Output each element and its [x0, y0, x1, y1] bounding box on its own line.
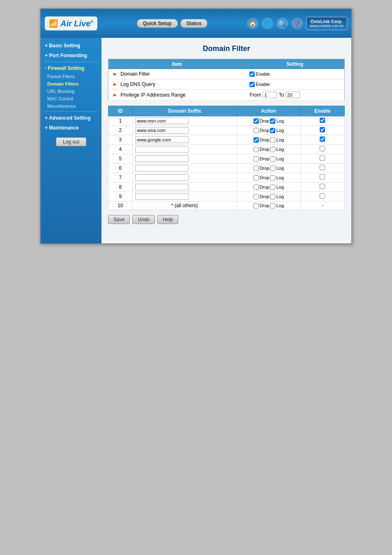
domain-col-enable: Enable	[300, 106, 344, 116]
log-checkbox[interactable]	[270, 118, 275, 124]
log-checkbox[interactable]	[270, 203, 275, 208]
domain-col-id: ID	[108, 106, 133, 116]
domain-table-row: 3DropLog	[108, 135, 345, 145]
help-button[interactable]: Help	[157, 215, 178, 224]
sidebar-section-firewall: - Firewall Setting Packet Filters Domain…	[41, 64, 101, 110]
log-checkbox[interactable]	[270, 147, 275, 152]
enable-checkbox[interactable]	[320, 193, 325, 199]
drop-checkbox[interactable]	[254, 147, 259, 152]
enable-checkbox[interactable]	[320, 155, 325, 161]
browser-frame: 📶 Air Live® Quick Setup Status 🏠 🌐 🔍 ❓ O…	[40, 8, 352, 244]
sidebar-item-advanced-setting[interactable]: + Advanced Setting	[41, 113, 101, 123]
sidebar-sub-domain-filters[interactable]: Domain Filters	[41, 80, 101, 88]
enable-checkbox[interactable]	[320, 174, 325, 180]
search-icon[interactable]: 🔍	[277, 18, 288, 29]
domain-table-row: 1DropLog	[108, 116, 345, 126]
sidebar-sub-url-blocking[interactable]: URL Blocking	[41, 88, 101, 95]
sidebar-item-basic-setting[interactable]: + Basic Setting	[41, 41, 101, 50]
sidebar-sub-miscellaneous[interactable]: Miscellaneous	[41, 102, 101, 110]
domain-suffix-input[interactable]	[135, 174, 189, 181]
domain-suffix-input[interactable]	[135, 155, 189, 162]
drop-checkbox[interactable]	[254, 203, 259, 208]
settings-table: Item Setting ► Domain Filter Enab	[108, 59, 345, 101]
domain-filter-enable-checkbox[interactable]	[249, 72, 255, 77]
page-title: Domain Filter	[108, 44, 345, 53]
enable-checkbox[interactable]	[320, 136, 325, 142]
domain-row-id: 6	[108, 164, 133, 173]
drop-label: Drop	[260, 194, 270, 199]
domain-suffix-input[interactable]	[135, 193, 189, 200]
content-area: Domain Filter Item Setting ► Domain Filt…	[101, 38, 351, 243]
sidebar-item-maintenance[interactable]: + Maintenance	[41, 123, 101, 132]
domain-row-suffix	[132, 126, 237, 135]
domain-suffix-input[interactable]	[135, 146, 189, 153]
domain-suffix-input[interactable]	[135, 165, 189, 171]
from-input[interactable]	[263, 92, 277, 98]
settings-value-privilege-ip: From To	[245, 90, 344, 101]
logout-button[interactable]: Log out	[56, 137, 86, 146]
log-label: Log	[276, 175, 284, 180]
domain-row-id: 2	[108, 126, 133, 135]
log-label: Log	[276, 128, 284, 133]
sidebar-item-firewall-setting[interactable]: - Firewall Setting	[41, 64, 101, 73]
domain-table-row: 8DropLog	[108, 183, 345, 192]
domain-row-enable	[300, 126, 344, 135]
status-button[interactable]: Status	[180, 19, 208, 28]
drop-checkbox[interactable]	[254, 137, 259, 143]
enable-checkbox[interactable]	[320, 127, 325, 132]
sidebar-section-port: + Port Forwarding	[41, 51, 101, 60]
domain-row-enable	[300, 135, 344, 145]
undo-button[interactable]: Undo	[132, 215, 155, 224]
sidebar-sub-packet-filters[interactable]: Packet Filters	[41, 73, 101, 80]
drop-label: Drop	[260, 118, 270, 123]
domain-table-row: 10* (all others)DropLog-	[108, 201, 345, 210]
sidebar-sub-mac-control[interactable]: MAC Control	[41, 95, 101, 102]
arrow-icon-3: ►	[113, 92, 118, 98]
domain-col-suffix: Domain Suffix	[132, 106, 237, 116]
log-label: Log	[276, 118, 284, 123]
home-icon[interactable]: 🏠	[247, 18, 258, 29]
log-label: Log	[276, 194, 284, 199]
sidebar-section-advanced: + Advanced Setting	[41, 113, 101, 123]
log-dns-enable-checkbox[interactable]	[249, 82, 255, 87]
header-icons: 🏠 🌐 🔍 ❓ OvisLink Corp. www.ovislink.com.…	[247, 17, 347, 30]
drop-checkbox[interactable]	[254, 166, 259, 171]
enable-checkbox[interactable]	[320, 184, 325, 189]
help-icon[interactable]: ❓	[291, 18, 303, 29]
enable-checkbox[interactable]	[320, 165, 325, 170]
log-checkbox[interactable]	[270, 137, 275, 143]
domain-row-action: DropLog	[237, 126, 300, 135]
domain-row-id: 1	[108, 116, 133, 126]
log-checkbox[interactable]	[270, 166, 275, 171]
log-checkbox[interactable]	[270, 185, 275, 190]
domain-suffix-input[interactable]	[135, 184, 189, 190]
drop-checkbox[interactable]	[254, 175, 259, 180]
quick-setup-button[interactable]: Quick Setup	[137, 19, 178, 28]
domain-table-row: 7DropLog	[108, 173, 345, 183]
log-checkbox[interactable]	[270, 194, 275, 199]
domain-row-id: 9	[108, 192, 133, 201]
domain-row-enable: -	[300, 201, 344, 210]
brand-name: OvisLink Corp.	[310, 19, 344, 24]
drop-checkbox[interactable]	[254, 118, 259, 124]
domain-suffix-input[interactable]	[135, 127, 189, 134]
save-button[interactable]: Save	[108, 215, 130, 224]
drop-checkbox[interactable]	[254, 185, 259, 190]
to-input[interactable]	[286, 92, 300, 98]
enable-checkbox[interactable]	[320, 118, 325, 123]
domain-suffix-input[interactable]	[135, 118, 189, 124]
domain-suffix-input[interactable]	[135, 136, 189, 143]
settings-label-privilege-ip: ► Privilege IP Addresses Range	[108, 90, 246, 101]
domain-row-action: DropLog	[237, 201, 300, 210]
globe-icon[interactable]: 🌐	[262, 18, 273, 29]
domain-row-suffix	[132, 154, 237, 164]
domain-row-suffix	[132, 116, 237, 126]
drop-checkbox[interactable]	[254, 156, 259, 162]
enable-checkbox[interactable]	[320, 146, 325, 151]
sidebar-item-port-forwarding[interactable]: + Port Forwarding	[41, 51, 101, 60]
drop-checkbox[interactable]	[254, 194, 259, 199]
drop-checkbox[interactable]	[254, 128, 259, 133]
log-checkbox[interactable]	[270, 156, 275, 162]
log-checkbox[interactable]	[270, 128, 275, 133]
log-checkbox[interactable]	[270, 175, 275, 180]
